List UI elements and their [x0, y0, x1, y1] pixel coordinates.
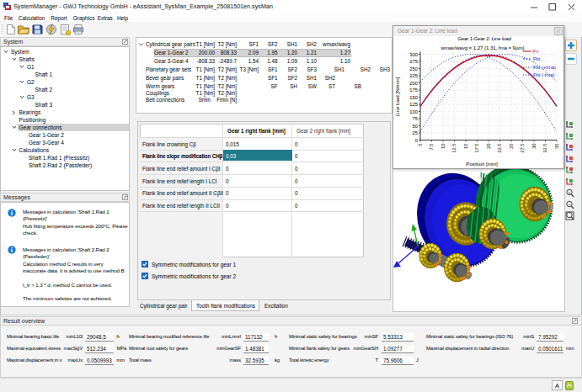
svg-text:12.5: 12.5	[451, 144, 457, 153]
svg-text:25: 25	[509, 144, 514, 149]
svg-text:Fbt: Fbt	[533, 56, 541, 61]
svg-text:125: 125	[409, 102, 418, 107]
svg-text:250: 250	[409, 66, 418, 72]
svg-text:Position [mm]: Position [mm]	[466, 161, 498, 167]
svg-text:200: 200	[409, 81, 418, 86]
svg-text:15: 15	[463, 144, 468, 149]
svg-text:Fbt (+fma): Fbt (+fma)	[533, 65, 556, 70]
svg-text:7.5: 7.5	[429, 144, 434, 151]
svg-text:Fn: Fn	[533, 49, 539, 54]
svg-text:30: 30	[531, 144, 537, 149]
svg-text:225: 225	[409, 73, 418, 78]
svg-text:10: 10	[441, 144, 446, 149]
svg-text:25: 25	[413, 130, 418, 135]
svg-text:0: 0	[415, 138, 418, 143]
svg-text:−: −	[568, 201, 571, 206]
svg-text:275: 275	[409, 59, 418, 64]
svg-text:50: 50	[413, 124, 418, 129]
svg-text:20: 20	[486, 144, 491, 149]
svg-text:Fbt (-fma): Fbt (-fma)	[533, 72, 555, 77]
svg-text:22.5: 22.5	[497, 144, 502, 153]
svg-text:35: 35	[554, 144, 559, 149]
svg-text:Gear 1-Gear 2: Line load: Gear 1-Gear 2: Line load	[457, 35, 511, 41]
svg-text:100: 100	[409, 109, 418, 114]
svg-text:27.5: 27.5	[520, 144, 525, 153]
svg-text:Line load [N/mm]: Line load [N/mm]	[394, 77, 400, 116]
svg-text:5: 5	[418, 144, 423, 146]
svg-text:32.5: 32.5	[542, 144, 547, 153]
svg-text:75: 75	[413, 116, 418, 121]
svg-text:300: 300	[409, 52, 418, 57]
svg-text:+: +	[568, 190, 571, 195]
svg-text:175: 175	[409, 87, 418, 93]
svg-text:17.5: 17.5	[474, 144, 479, 153]
svg-text:150: 150	[409, 95, 418, 100]
svg-text:wmax/wavg = 1.27 (1.31, fma =: wmax/wavg = 1.27 (1.31, fma = 9µm)	[441, 45, 525, 50]
